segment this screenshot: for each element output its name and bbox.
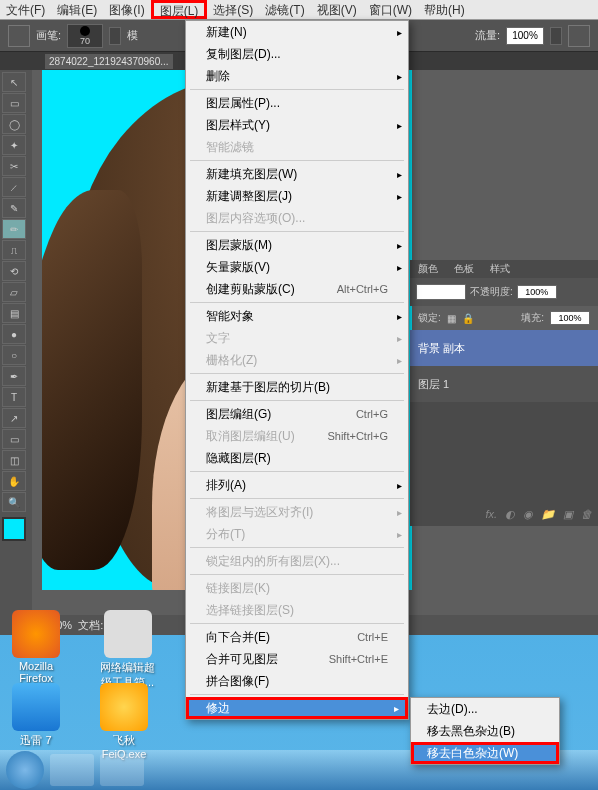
menu-file[interactable]: 文件(F) [0,0,51,19]
marquee-tool-icon[interactable]: ▭ [2,93,26,113]
submenu-item-defringe[interactable]: 去边(D)... [411,698,559,720]
menu-item-matting[interactable]: 修边 [186,697,408,719]
path-tool-icon[interactable]: ↗ [2,408,26,428]
lasso-tool-icon[interactable]: ◯ [2,114,26,134]
wand-tool-icon[interactable]: ✦ [2,135,26,155]
brush-preview[interactable]: 70 [67,24,103,48]
tools-panel: ↖ ▭ ◯ ✦ ✂ ⟋ ✎ ✏ ⎍ ⟲ ▱ ▤ ● ○ ✒ T ↗ ▭ ◫ ✋ … [0,70,32,615]
menu-item-flatten[interactable]: 拼合图像(F) [186,670,408,692]
lock-pixels-icon[interactable]: ▦ [447,313,456,324]
blur-tool-icon[interactable]: ● [2,324,26,344]
airbrush-icon[interactable] [568,25,590,47]
menu-item-duplicate[interactable]: 复制图层(D)... [186,43,408,65]
tab-style[interactable]: 样式 [482,260,518,278]
menu-item-layer-mask[interactable]: 图层蒙版(M) [186,234,408,256]
menu-item-group[interactable]: 图层编组(G)Ctrl+G [186,403,408,425]
layer-item[interactable]: 背景 副本 [410,330,598,366]
layers-panel: 背景 副本 图层 1 fx. ◐ ◉ 📁 ▣ 🗑 [410,330,598,526]
shape-tool-icon[interactable]: ▭ [2,429,26,449]
menu-item-new-fill[interactable]: 新建填充图层(W) [186,163,408,185]
menu-item-align: 将图层与选区对齐(I) [186,501,408,523]
menu-item-new-slice[interactable]: 新建基于图层的切片(B) [186,376,408,398]
flow-input[interactable] [506,27,544,45]
foreground-color[interactable] [2,517,26,541]
tab-color[interactable]: 颜色 [410,260,446,278]
menu-item-vector-mask[interactable]: 矢量蒙版(V) [186,256,408,278]
folder-icon[interactable]: 📁 [541,508,555,521]
brush-size-value: 70 [80,36,90,46]
menu-item-type: 文字 [186,327,408,349]
eraser-tool-icon[interactable]: ▱ [2,282,26,302]
fill-input[interactable] [550,311,590,325]
menu-help[interactable]: 帮助(H) [418,0,471,19]
notes-tool-icon[interactable]: ◫ [2,450,26,470]
menu-item-smart-object[interactable]: 智能对象 [186,305,408,327]
fx-icon[interactable]: fx. [485,508,497,520]
adjustment-icon[interactable]: ◉ [523,508,533,521]
stamp-tool-icon[interactable]: ⎍ [2,240,26,260]
menu-image[interactable]: 图像(I) [103,0,150,19]
tab-swatch[interactable]: 色板 [446,260,482,278]
matting-submenu: 去边(D)... 移去黑色杂边(B) 移去白色杂边(W) [410,697,560,765]
desktop-icon-feiq[interactable]: 飞秋 FeiQ.exe [100,683,148,760]
menu-item-layer-style[interactable]: 图层样式(Y) [186,114,408,136]
tool-preset-icon[interactable] [8,25,30,47]
opacity-input[interactable] [517,285,557,299]
menu-item-merge-down[interactable]: 向下合并(E)Ctrl+E [186,626,408,648]
gradient-tool-icon[interactable]: ▤ [2,303,26,323]
new-layer-icon[interactable]: ▣ [563,508,573,521]
menu-window[interactable]: 窗口(W) [363,0,418,19]
menu-view[interactable]: 视图(V) [311,0,363,19]
menu-item-properties[interactable]: 图层属性(P)... [186,92,408,114]
document-tab[interactable]: 2874022_121924370960... [45,54,173,69]
blend-mode-row: 不透明度: [410,278,598,306]
fill-label: 填充: [521,311,544,325]
hand-tool-icon[interactable]: ✋ [2,471,26,491]
flow-dropdown-icon[interactable] [550,27,562,45]
pen-tool-icon[interactable]: ✒ [2,366,26,386]
layer-dropdown-menu: 新建(N) 复制图层(D)... 删除 图层属性(P)... 图层样式(Y) 智… [185,20,409,720]
taskbar-item[interactable] [100,754,144,786]
menu-item-arrange[interactable]: 排列(A) [186,474,408,496]
taskbar-item[interactable] [50,754,94,786]
menu-layer[interactable]: 图层(L) [151,0,208,19]
dodge-tool-icon[interactable]: ○ [2,345,26,365]
submenu-item-remove-white[interactable]: 移去白色杂边(W) [411,742,559,764]
layer-item[interactable]: 图层 1 [410,366,598,402]
brush-label: 画笔: [36,28,61,43]
netedit-icon [104,610,152,658]
zoom-tool-icon[interactable]: 🔍 [2,492,26,512]
type-tool-icon[interactable]: T [2,387,26,407]
blend-mode-select[interactable] [416,284,466,300]
crop-tool-icon[interactable]: ✂ [2,156,26,176]
brush-dropdown-icon[interactable] [109,27,121,45]
submenu-item-remove-black[interactable]: 移去黑色杂边(B) [411,720,559,742]
desktop-icon-xunlei[interactable]: 迅雷 7 [12,683,60,760]
trash-icon[interactable]: 🗑 [581,508,592,520]
mask-icon[interactable]: ◐ [505,508,515,521]
menu-item-merge-visible[interactable]: 合并可见图层Shift+Ctrl+E [186,648,408,670]
menu-item-rasterize: 栅格化(Z) [186,349,408,371]
start-button[interactable] [6,751,44,789]
lock-all-icon[interactable]: 🔒 [462,313,474,324]
layers-footer: fx. ◐ ◉ 📁 ▣ 🗑 [410,502,598,526]
menu-item-delete[interactable]: 删除 [186,65,408,87]
menu-item-lock-all: 锁定组内的所有图层(X)... [186,550,408,572]
eyedropper-tool-icon[interactable]: ⟋ [2,177,26,197]
desktop-icon-firefox[interactable]: Mozilla Firefox [12,610,60,690]
menu-edit[interactable]: 编辑(E) [51,0,103,19]
menu-item-new[interactable]: 新建(N) [186,21,408,43]
layer-lock-row: 锁定: ▦ 🔒 填充: [410,306,598,330]
menu-select[interactable]: 选择(S) [207,0,259,19]
menu-item-hide[interactable]: 隐藏图层(R) [186,447,408,469]
menu-item-create-clip[interactable]: 创建剪贴蒙版(C)Alt+Ctrl+G [186,278,408,300]
menu-item-new-adjust[interactable]: 新建调整图层(J) [186,185,408,207]
healing-tool-icon[interactable]: ✎ [2,198,26,218]
move-tool-icon[interactable]: ↖ [2,72,26,92]
menu-item-layer-content: 图层内容选项(O)... [186,207,408,229]
brush-tool-icon[interactable]: ✏ [2,219,26,239]
history-brush-icon[interactable]: ⟲ [2,261,26,281]
desktop-icon-netedit[interactable]: 网络编辑超 级工具箱... [100,610,155,690]
menu-filter[interactable]: 滤镜(T) [259,0,310,19]
lock-label: 锁定: [418,311,441,325]
